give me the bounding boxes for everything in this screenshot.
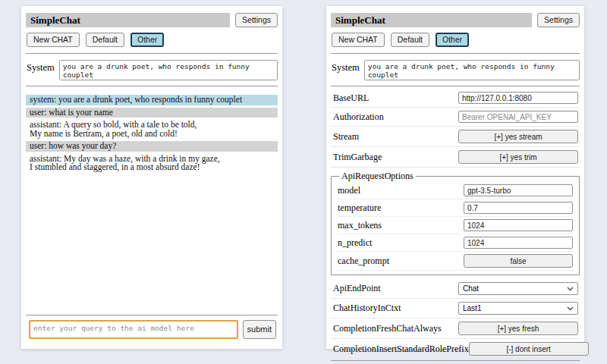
chat-panel: SimpleChat Settings New CHAT Default Oth… xyxy=(21,6,282,349)
settings-panel: SimpleChat Settings New CHAT Default Oth… xyxy=(326,6,584,349)
api-endpoint-selected-value: Chat xyxy=(463,284,479,293)
system-prompt-input[interactable]: you are a drunk poet, who responds in fu… xyxy=(59,60,278,80)
stream-toggle-button[interactable]: [+] yes stream xyxy=(458,130,578,143)
system-prompt-label: System xyxy=(332,60,360,74)
model-label: model xyxy=(338,185,360,196)
setting-row-model: model xyxy=(338,182,573,199)
model-input[interactable] xyxy=(464,184,573,196)
divider xyxy=(26,86,278,86)
session-buttons: New CHAT Default Other xyxy=(332,33,580,47)
chat-history-select[interactable]: Last1 xyxy=(458,302,578,315)
submit-button[interactable]: submit xyxy=(243,320,276,339)
setting-row-trim-garbage: TrimGarbage [+] yes trim xyxy=(331,147,580,168)
api-endpoint-select[interactable]: Chat xyxy=(458,282,578,295)
stream-label: Stream xyxy=(333,131,359,143)
new-chat-button[interactable]: New CHAT xyxy=(27,33,80,47)
max-tokens-input[interactable] xyxy=(464,219,573,231)
max-tokens-label: max_tokens xyxy=(338,220,382,231)
system-prompt-input[interactable]: you are a drunk poet, who responds in fu… xyxy=(364,60,580,80)
divider xyxy=(331,360,580,361)
setting-row-temperature: temperature xyxy=(338,199,573,217)
title-bar: SimpleChat Settings xyxy=(331,13,580,27)
system-prompt-label: System xyxy=(27,60,55,74)
setting-row-api-endpoint: ApiEndPoint Chat xyxy=(331,279,580,299)
settings-button[interactable]: Settings xyxy=(235,13,278,27)
chat-history-selected-value: Last1 xyxy=(463,304,481,312)
system-prompt-row: System you are a drunk poet, who respond… xyxy=(27,60,278,80)
temperature-input[interactable] xyxy=(464,202,573,214)
settings-form: BaseURL Authorization Stream [+] yes str… xyxy=(331,89,580,359)
setting-row-completion-fresh: CompletionFreshChatAlways [+] yes fresh xyxy=(331,318,580,339)
completion-insert-label: CompletionInsertStandardRolePrefix xyxy=(333,344,469,355)
setting-row-stream: Stream [+] yes stream xyxy=(331,127,580,147)
baseurl-input[interactable] xyxy=(458,92,578,104)
session-other-button[interactable]: Other xyxy=(436,33,469,47)
session-default-button[interactable]: Default xyxy=(391,33,429,47)
setting-row-chat-history: ChatHistoryInCtxt Last1 xyxy=(331,299,580,318)
settings-button[interactable]: Settings xyxy=(537,13,580,27)
api-request-options-legend: ApiRequestOptions xyxy=(339,171,416,182)
chevron-down-icon xyxy=(567,306,574,311)
chat-message-system: system: you are a drunk poet, who respon… xyxy=(26,95,278,105)
temperature-label: temperature xyxy=(338,202,381,214)
setting-row-n-predict: n_predict xyxy=(338,234,573,252)
system-prompt-row: System you are a drunk poet, who respond… xyxy=(332,60,580,80)
chat-message-list: system: you are a drunk poet, who respon… xyxy=(26,93,278,175)
chat-history-label: ChatHistoryInCtxt xyxy=(333,303,401,314)
chat-message-user: user: what is your name xyxy=(26,108,278,118)
chat-message-user: user: how was your day? xyxy=(26,141,278,152)
divider xyxy=(331,86,580,86)
api-endpoint-label: ApiEndPoint xyxy=(333,283,381,294)
setting-row-authorization: Authorization xyxy=(331,108,580,127)
new-chat-button[interactable]: New CHAT xyxy=(332,33,385,47)
chat-message-assistant: assistant: A query so bold, with a tale … xyxy=(26,120,278,139)
session-buttons: New CHAT Default Other xyxy=(27,33,278,47)
authorization-label: Authorization xyxy=(333,111,384,123)
title-bar: SimpleChat Settings xyxy=(26,13,278,27)
api-request-options-fieldset: ApiRequestOptions model temperature max_… xyxy=(331,171,580,275)
setting-row-baseurl: BaseURL xyxy=(331,89,580,108)
spacer xyxy=(26,175,278,315)
setting-row-completion-insert: CompletionInsertStandardRolePrefix [-] d… xyxy=(331,339,580,359)
divider xyxy=(26,315,278,315)
completion-fresh-toggle-button[interactable]: [+] yes fresh xyxy=(458,322,578,335)
session-default-button[interactable]: Default xyxy=(86,33,124,47)
setting-row-max-tokens: max_tokens xyxy=(338,217,573,234)
trim-garbage-toggle-button[interactable]: [+] yes trim xyxy=(458,150,578,164)
completion-fresh-label: CompletionFreshChatAlways xyxy=(333,323,442,334)
baseurl-label: BaseURL xyxy=(333,93,369,104)
chat-message-assistant: assistant: My day was a haze, with a dri… xyxy=(26,154,278,173)
n-predict-label: n_predict xyxy=(338,237,372,249)
setting-row-cache-prompt: cache_prompt false xyxy=(338,252,573,271)
completion-insert-toggle-button[interactable]: [-] dont insert xyxy=(469,342,589,356)
app-title: SimpleChat xyxy=(331,13,532,27)
divider xyxy=(26,53,278,54)
divider xyxy=(331,53,580,54)
session-other-button[interactable]: Other xyxy=(131,33,164,47)
n-predict-input[interactable] xyxy=(464,237,573,249)
query-row: submit xyxy=(29,320,276,339)
authorization-input[interactable] xyxy=(458,111,578,123)
cache-prompt-label: cache_prompt xyxy=(338,256,389,267)
chevron-down-icon xyxy=(567,287,574,291)
app-title: SimpleChat xyxy=(26,13,230,27)
query-input[interactable] xyxy=(29,320,238,339)
trim-garbage-label: TrimGarbage xyxy=(333,152,382,163)
cache-prompt-toggle-button[interactable]: false xyxy=(464,254,573,268)
